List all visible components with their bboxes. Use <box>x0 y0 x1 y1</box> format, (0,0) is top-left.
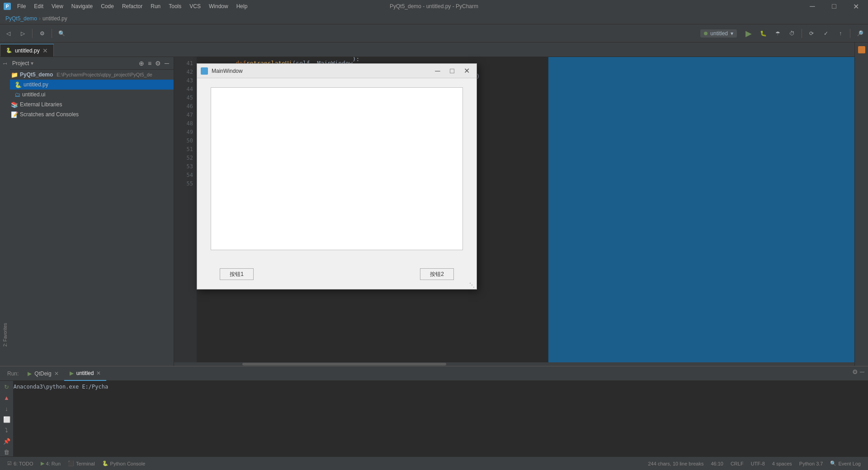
close-button[interactable]: ✕ <box>845 0 866 13</box>
title-bar: P File Edit View Navigate Code Refactor … <box>0 0 868 13</box>
menu-navigate[interactable]: Navigate <box>68 2 96 10</box>
status-line-ending[interactable]: CRLF <box>727 461 747 466</box>
line-numbers: 41 42 43 44 45 46 47 48 49 50 51 52 53 5… <box>174 57 197 366</box>
line-num-52: 52 <box>174 153 197 162</box>
breadcrumb-project[interactable]: PyQt5_demo <box>5 15 37 22</box>
notifications-icon[interactable] <box>858 46 865 53</box>
favorites-strip: 2: Favorites <box>0 317 10 353</box>
main-toolbar: ◁ ▷ ⚙ 🔍 untitled ▾ ▶ 🐛 ☂ ⏱ ⟳ ✓ ↑ 🔎 <box>0 24 868 43</box>
menu-code[interactable]: Code <box>97 2 118 10</box>
dialog-button2[interactable]: 按钮2 <box>420 268 454 280</box>
toolbar-back-btn[interactable]: ◁ <box>2 27 14 40</box>
tree-item-untitled-py[interactable]: 🐍 untitled.py <box>0 80 174 90</box>
status-indent[interactable]: 4 spaces <box>769 461 796 466</box>
tree-label: Scratches and Consoles <box>20 111 79 118</box>
title-bar-left: P File Edit View Navigate Code Refactor … <box>0 2 251 10</box>
toolbar-profile-btn[interactable]: ⏱ <box>786 27 798 40</box>
status-encoding[interactable]: UTF-8 <box>747 461 769 466</box>
tree-path: E:\PycharmProjects\qtpy_project\PyQt5_de <box>57 72 152 77</box>
run-tab-untitled[interactable]: ▶ untitled ✕ <box>64 366 107 381</box>
dialog-button1[interactable]: 按钮1 <box>220 268 254 280</box>
sidebar-locate-btn[interactable]: ⊕ <box>138 59 145 68</box>
stop-btn[interactable]: ▲ <box>2 394 12 403</box>
status-event-log[interactable]: 🔍 Event Log <box>826 461 864 466</box>
chevron-down-icon: ▾ <box>31 60 33 66</box>
status-python-console[interactable]: 🐍 Python Console <box>99 457 149 470</box>
menu-view[interactable]: View <box>48 2 67 10</box>
menu-edit[interactable]: Edit <box>30 2 47 10</box>
run-output-text: D:\Anaconda3\python.exe E:/Pycha <box>4 384 108 390</box>
favorites-label[interactable]: 2: Favorites <box>3 323 8 347</box>
line-num-43: 43 <box>174 76 197 85</box>
status-python-version[interactable]: Python 3.7 <box>796 461 827 466</box>
toolbar-search-btn[interactable]: 🔍 <box>55 27 68 40</box>
panel-minimize-btn[interactable]: ─ <box>860 368 864 375</box>
sidebar-minimize-btn[interactable]: ─ <box>164 59 170 68</box>
toolbar-vcs-commit-btn[interactable]: ✓ <box>820 27 832 40</box>
dialog-close-btn[interactable]: ✕ <box>460 66 473 76</box>
blue-overlay <box>548 57 854 366</box>
wrap-btn[interactable]: ⤵ <box>2 426 12 435</box>
menu-file[interactable]: File <box>14 2 29 10</box>
dialog-maximize-btn[interactable]: □ <box>446 66 458 76</box>
status-terminal[interactable]: ⬛ Terminal <box>64 457 99 470</box>
search-icon: 🔍 <box>830 461 836 466</box>
status-position[interactable]: 46:10 <box>707 461 727 466</box>
tab-close-btn[interactable]: ✕ <box>42 47 48 54</box>
scroll-down-btn[interactable]: ↓ <box>2 404 12 413</box>
run-tab-close-btn[interactable]: ✕ <box>54 370 59 377</box>
pin-btn[interactable]: 📌 <box>2 437 12 446</box>
run-tab-close-btn[interactable]: ✕ <box>96 370 101 376</box>
bottom-panel-body: ↻ ▲ ↓ ⬜ ⤵ 📌 🗑 D:\Anaconda3\python.exe E:… <box>0 381 868 456</box>
step-btn[interactable]: ⬜ <box>2 415 12 424</box>
tab-untitled-py[interactable]: 🐍 untitled.py ✕ <box>0 44 54 57</box>
toolbar-find-btn[interactable]: 🔎 <box>854 27 866 40</box>
run-tab-qtdeig[interactable]: ▶ QtDeig ✕ <box>22 366 64 381</box>
dialog-minimize-btn[interactable]: ─ <box>431 66 444 76</box>
menu-window[interactable]: Window <box>205 2 232 10</box>
menu-help[interactable]: Help <box>233 2 251 10</box>
clear-btn[interactable]: 🗑 <box>2 447 12 456</box>
panel-settings-btn[interactable]: ⚙ <box>852 368 858 375</box>
toolbar-vcs-update-btn[interactable]: ⟳ <box>805 27 818 40</box>
run-tab-label: untitled <box>76 370 94 376</box>
tree-item-untitled-ui[interactable]: 🗂 untitled.ui <box>0 90 174 100</box>
tree-label: untitled.ui <box>22 91 45 98</box>
breadcrumb-file[interactable]: untitled.py <box>42 15 67 22</box>
tree-item-external-libs[interactable]: ▶ 📚 External Libraries <box>0 100 174 109</box>
terminal-icon: ⬛ <box>68 461 74 466</box>
menu-run[interactable]: Run <box>147 2 164 10</box>
toolbar-coverage-btn[interactable]: ☂ <box>771 27 784 40</box>
menu-refactor[interactable]: Refactor <box>118 2 146 10</box>
horizontal-scrollbar[interactable] <box>174 362 854 366</box>
line-num-47: 47 <box>174 110 197 119</box>
menu-vcs[interactable]: VCS <box>186 2 204 10</box>
run-config-dropdown[interactable]: untitled ▾ <box>700 29 737 38</box>
toolbar-forward-btn[interactable]: ▷ <box>16 27 29 40</box>
python-version-label: Python 3.7 <box>799 461 823 466</box>
tree-item-pyqt5demo[interactable]: ▼ 📁 PyQt5_demo E:\PycharmProjects\qtpy_p… <box>0 70 174 80</box>
toolbar-vcs-push-btn[interactable]: ↑ <box>834 27 847 40</box>
tree-item-scratches[interactable]: ▶ 📝 Scratches and Consoles <box>0 109 174 119</box>
resize-handle-icon[interactable]: ⋱ <box>469 282 475 288</box>
maximize-button[interactable]: □ <box>824 0 844 13</box>
status-todo[interactable]: ☑ 6: TODO <box>4 457 37 470</box>
sidebar-actions: ⊕ ≡ ⚙ ─ <box>138 59 170 68</box>
scrollbar-thumb[interactable] <box>242 363 447 366</box>
line-num-51: 51 <box>174 145 197 153</box>
toolbar-debug-btn[interactable]: 🐛 <box>757 27 769 40</box>
event-log-label: Event Log <box>838 461 861 466</box>
mainwindow-dialog[interactable]: MainWindow ─ □ ✕ 按钮1 按钮2 ⋱ <box>197 63 477 290</box>
project-tool-btn[interactable]: 1 <box>3 61 8 67</box>
folder-icon: 📁 <box>11 71 18 78</box>
minimize-button[interactable]: ─ <box>802 0 823 13</box>
menu-tools[interactable]: Tools <box>165 2 185 10</box>
status-chars[interactable]: 244 chars, 10 line breaks <box>644 461 707 466</box>
sidebar-collapse-btn[interactable]: ≡ <box>147 59 152 68</box>
toolbar-run-btn[interactable]: ▶ <box>742 27 755 40</box>
toolbar-settings-btn[interactable]: ⚙ <box>36 27 48 40</box>
status-run[interactable]: ▶ 4: Run <box>37 457 64 470</box>
line-ending-label: CRLF <box>731 461 744 466</box>
sidebar-settings-btn[interactable]: ⚙ <box>154 59 162 68</box>
rerun-btn[interactable]: ↻ <box>2 383 12 392</box>
